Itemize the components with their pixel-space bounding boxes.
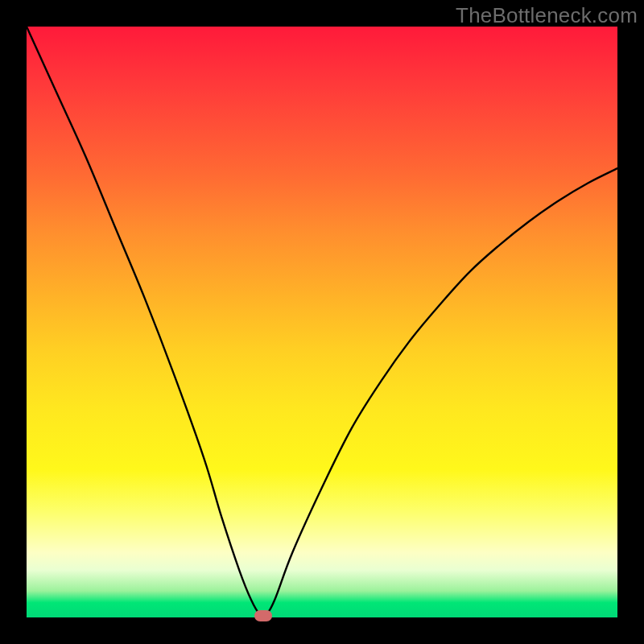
optimal-point-marker [254,610,272,621]
bottleneck-curve [27,27,617,617]
chart-frame: TheBottleneck.com [0,0,644,644]
plot-area [27,27,617,617]
watermark-text: TheBottleneck.com [456,3,638,28]
